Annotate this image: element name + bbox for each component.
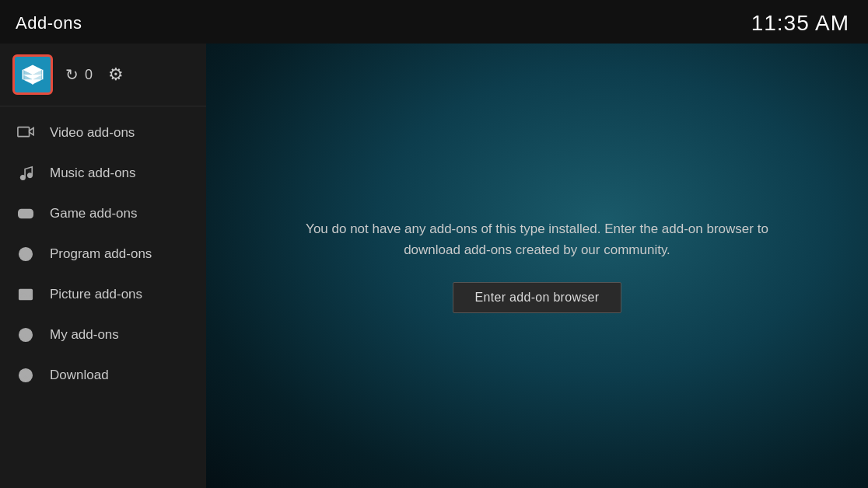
clock: 11:35 AM <box>751 11 849 36</box>
sidebar: ↻ 0 ⚙ Video add-ons <box>0 44 206 488</box>
box-icon <box>21 63 44 86</box>
sidebar-item-download[interactable]: Download <box>0 355 206 396</box>
content-message: You do not have any add-ons of this type… <box>304 218 771 260</box>
svg-rect-1 <box>18 127 30 137</box>
content-inner: You do not have any add-ons of this type… <box>304 218 771 313</box>
sidebar-item-picture-addons[interactable]: Picture add-ons <box>0 274 206 315</box>
nav-items: Video add-ons Music add-ons <box>0 106 206 402</box>
sidebar-item-download-label: Download <box>50 368 109 383</box>
svg-point-2 <box>21 176 25 180</box>
my-addons-icon <box>16 325 36 345</box>
svg-point-19 <box>22 338 24 340</box>
svg-point-18 <box>27 330 30 333</box>
content-area: You do not have any add-ons of this type… <box>206 44 868 488</box>
sidebar-item-video-addons[interactable]: Video add-ons <box>0 113 206 153</box>
sidebar-item-my-addons[interactable]: My add-ons <box>0 315 206 355</box>
svg-point-7 <box>28 212 30 214</box>
svg-point-16 <box>30 334 32 336</box>
program-icon <box>16 244 36 264</box>
svg-point-20 <box>27 338 30 340</box>
addon-browser-icon[interactable] <box>12 54 53 95</box>
svg-rect-12 <box>19 290 33 300</box>
sidebar-item-game-addons[interactable]: Game add-ons <box>0 193 206 234</box>
header: Add-ons 11:35 AM <box>0 0 868 44</box>
sidebar-item-music-addons-label: Music add-ons <box>50 166 136 181</box>
svg-point-8 <box>30 214 31 215</box>
refresh-count: 0 <box>85 67 93 83</box>
page-title: Add-ons <box>16 13 82 33</box>
sidebar-item-music-addons[interactable]: Music add-ons <box>0 153 206 193</box>
sidebar-top-bar: ↻ 0 ⚙ <box>0 44 206 106</box>
svg-point-15 <box>19 334 22 336</box>
refresh-icon: ↻ <box>65 65 79 84</box>
settings-icon[interactable]: ⚙ <box>108 64 124 85</box>
svg-point-3 <box>28 173 33 178</box>
sidebar-item-program-addons-label: Program add-ons <box>50 246 152 262</box>
sidebar-item-picture-addons-label: Picture add-ons <box>50 287 142 302</box>
game-icon <box>16 204 36 224</box>
picture-icon <box>16 284 36 305</box>
svg-point-17 <box>22 330 24 333</box>
video-icon <box>16 123 36 143</box>
refresh-button[interactable]: ↻ 0 <box>65 65 93 84</box>
sidebar-item-my-addons-label: My add-ons <box>50 327 119 343</box>
music-icon <box>16 163 36 183</box>
sidebar-item-video-addons-label: Video add-ons <box>50 125 135 141</box>
enter-addon-browser-button[interactable]: Enter add-on browser <box>453 282 622 313</box>
main-layout: ↻ 0 ⚙ Video add-ons <box>0 44 868 488</box>
sidebar-item-game-addons-label: Game add-ons <box>50 206 137 221</box>
download-icon <box>16 365 36 385</box>
sidebar-item-program-addons[interactable]: Program add-ons <box>0 234 206 274</box>
sidebar-top-actions: ↻ 0 ⚙ <box>65 64 124 85</box>
